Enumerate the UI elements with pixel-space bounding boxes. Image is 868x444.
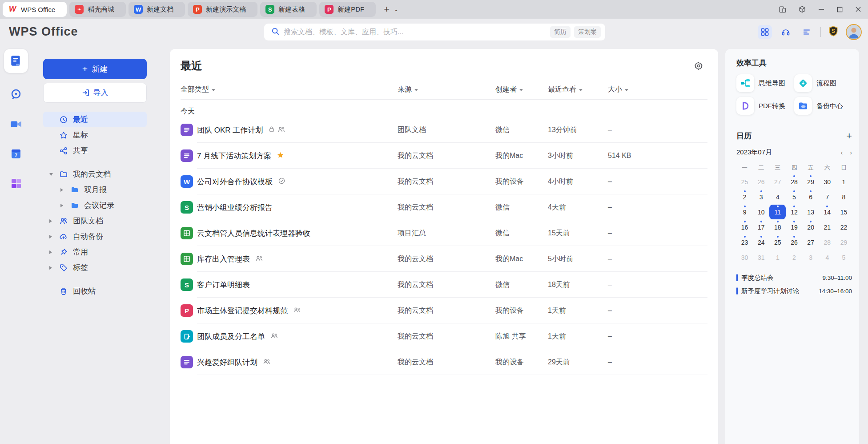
calendar-day[interactable]: 6 <box>803 190 819 204</box>
device-sync-icon[interactable] <box>779 5 787 13</box>
calendar-day[interactable]: 1 <box>769 250 786 265</box>
sidebar-item-auto-backup[interactable]: 自动备份 <box>43 229 147 244</box>
caret-expanded-icon[interactable] <box>49 173 53 176</box>
calendar-day[interactable]: 27 <box>803 235 819 250</box>
rail-chat-icon[interactable] <box>10 88 22 102</box>
calendar-day[interactable]: 28 <box>819 235 836 250</box>
calendar-day[interactable]: 20 <box>803 220 819 234</box>
calendar-day[interactable]: 7 <box>819 190 836 204</box>
calendar-day[interactable]: 4 <box>769 190 786 204</box>
sidebar-item-team-docs[interactable]: 团队文档 <box>43 213 147 229</box>
main-menu-icon[interactable] <box>800 25 814 39</box>
new-tab-button[interactable]: + <box>384 4 390 14</box>
tab-list-chevron-icon[interactable]: ⌄ <box>394 6 398 12</box>
file-row[interactable]: 团队 OKR 工作计划 团队文档 微信 13分钟前 – <box>181 117 707 143</box>
calendar-day[interactable]: 22 <box>836 220 852 234</box>
search-bar[interactable]: 简历 策划案 <box>264 24 605 40</box>
tab-docer-mall[interactable]: 稻壳商城 <box>69 2 126 17</box>
event-item[interactable]: 季度总结会 9:30–11:00 <box>736 271 852 284</box>
tab-new-document[interactable]: 新建文档 <box>129 2 185 17</box>
caret-collapsed-icon[interactable] <box>49 235 52 238</box>
calendar-day[interactable]: 2 <box>786 250 802 265</box>
calendar-day[interactable]: 9 <box>736 205 753 219</box>
calendar-day[interactable]: 18 <box>769 220 786 234</box>
calendar-day[interactable]: 30 <box>819 174 836 189</box>
calendar-prev-button[interactable]: ‹ <box>841 149 843 156</box>
file-row[interactable]: S 营销小组业绩分析报告 我的云文档 微信 4天前 – <box>181 194 707 220</box>
calendar-day[interactable]: 1 <box>836 174 852 189</box>
filter-source[interactable]: 来源 <box>398 85 495 94</box>
import-button[interactable]: 导入 <box>43 83 147 103</box>
calendar-day[interactable]: 26 <box>786 235 802 250</box>
calendar-day[interactable]: 10 <box>753 205 769 219</box>
new-file-button[interactable]: + 新建 <box>43 59 147 79</box>
member-badge-icon[interactable]: S <box>828 25 839 39</box>
calendar-day[interactable]: 26 <box>753 174 769 189</box>
tab-new-presentation[interactable]: 新建演示文稿 <box>188 2 257 17</box>
search-tag-resume[interactable]: 简历 <box>550 26 571 38</box>
calendar-day[interactable]: 3 <box>753 190 769 204</box>
calendar-day[interactable]: 16 <box>736 220 753 234</box>
sidebar-item-tags[interactable]: 标签 <box>43 260 147 275</box>
file-row[interactable]: S 客户订单明细表 我的云文档 微信 18天前 – <box>181 272 707 298</box>
filter-size[interactable]: 大小 <box>608 85 707 94</box>
calendar-day[interactable]: 21 <box>819 220 836 234</box>
apps-grid-icon[interactable] <box>758 25 772 39</box>
tool-mind-map[interactable]: 思维导图 <box>736 74 794 92</box>
caret-collapsed-icon[interactable] <box>60 204 63 207</box>
calendar-day[interactable]: 17 <box>753 220 769 234</box>
calendar-day[interactable]: 4 <box>819 250 836 265</box>
calendar-day[interactable]: 24 <box>753 235 769 250</box>
file-row[interactable]: 7 月线下活动策划方案 我的云文档 我的Mac 3小时前 514 KB <box>181 143 707 169</box>
sidebar-item-meeting-notes[interactable]: 会议记录 <box>43 198 147 213</box>
calendar-day[interactable]: 19 <box>786 220 802 234</box>
calendar-day[interactable]: 27 <box>769 174 786 189</box>
caret-collapsed-icon[interactable] <box>49 219 52 223</box>
user-avatar[interactable] <box>846 24 862 40</box>
tool-flowchart[interactable]: 流程图 <box>794 74 852 92</box>
sidebar-item-recent[interactable]: 最近 <box>43 112 147 127</box>
calendar-day-selected[interactable]: 11 <box>769 205 786 219</box>
calendar-day[interactable]: 3 <box>803 250 819 265</box>
search-input[interactable] <box>284 28 547 36</box>
workspace-cube-icon[interactable] <box>798 5 806 13</box>
file-row[interactable]: 库存出入管理表 我的云文档 我的Mac 5小时前 – <box>181 246 707 272</box>
calendar-day[interactable]: 14 <box>819 205 836 219</box>
tab-wps-office[interactable]: WPS Office <box>3 2 67 17</box>
tab-new-spreadsheet[interactable]: 新建表格 <box>260 2 317 17</box>
add-event-button[interactable]: + <box>846 131 852 141</box>
maximize-button[interactable] <box>836 6 843 13</box>
calendar-next-button[interactable]: › <box>850 149 852 156</box>
calendar-day[interactable]: 23 <box>736 235 753 250</box>
calendar-day[interactable]: 5 <box>836 250 852 265</box>
sidebar-item-starred[interactable]: 星标 <box>43 127 147 143</box>
file-row[interactable]: 团队成员及分工名单 我的云文档 陈旭 共享 1天前 – <box>181 323 707 349</box>
file-row[interactable]: P 市场主体登记提交材料规范 我的云文档 我的设备 1天前 – <box>181 298 707 323</box>
calendar-day[interactable]: 8 <box>836 190 852 204</box>
close-button[interactable] <box>855 6 862 13</box>
file-row[interactable]: 云文档管人员信息统计表理器验收 项目汇总 微信 15天前 – <box>181 220 707 246</box>
sidebar-item-shared[interactable]: 共享 <box>43 143 147 158</box>
filter-last-viewed[interactable]: 最近查看 <box>548 85 608 94</box>
sidebar-item-frequent[interactable]: 常用 <box>43 244 147 260</box>
calendar-day[interactable]: 30 <box>736 250 753 265</box>
rail-meeting-icon[interactable] <box>9 117 23 133</box>
minimize-button[interactable] <box>818 6 825 13</box>
calendar-day[interactable]: 13 <box>803 205 819 219</box>
event-item[interactable]: 新季度学习计划讨论 14:30–16:00 <box>736 284 852 298</box>
tool-pdf-convert[interactable]: PDF转换 <box>736 97 794 115</box>
calendar-day[interactable]: 29 <box>803 174 819 189</box>
filter-type[interactable]: 全部类型 <box>181 85 398 94</box>
settings-gear-icon[interactable] <box>694 61 703 72</box>
filter-creator[interactable]: 创建者 <box>495 85 548 94</box>
calendar-day[interactable]: 29 <box>836 235 852 250</box>
calendar-day[interactable]: 31 <box>753 250 769 265</box>
file-row[interactable]: W 公司对外合作协议模板 我的云文档 我的设备 4小时前 – <box>181 169 707 194</box>
rail-documents-icon[interactable] <box>4 49 28 73</box>
support-headset-icon[interactable] <box>779 25 793 39</box>
calendar-day[interactable]: 12 <box>786 205 802 219</box>
rail-apps-icon[interactable] <box>10 177 22 191</box>
search-tag-proposal[interactable]: 策划案 <box>574 26 601 38</box>
calendar-day[interactable]: 25 <box>736 174 753 189</box>
rail-calendar-icon[interactable]: 7 <box>10 148 22 162</box>
